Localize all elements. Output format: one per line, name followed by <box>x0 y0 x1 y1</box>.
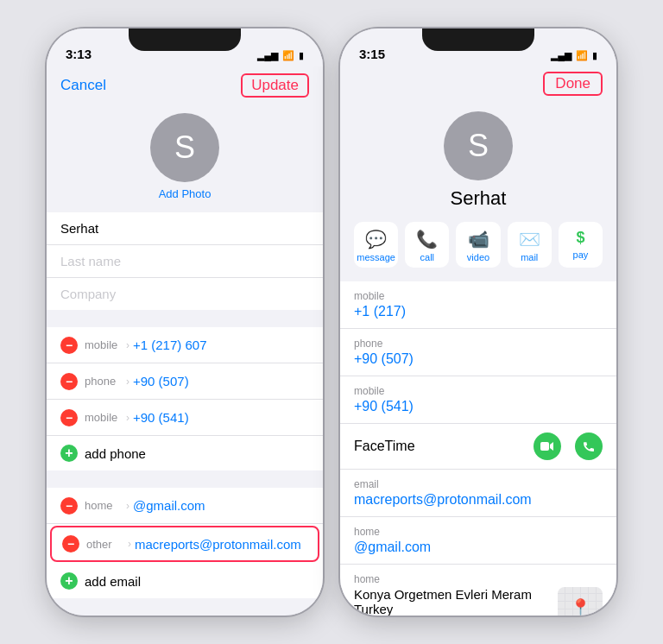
pay-label: pay <box>573 249 589 260</box>
update-button[interactable]: Update <box>241 73 309 98</box>
right-wifi-icon: 📶 <box>576 50 588 61</box>
chevron-icon-email-0: › <box>126 500 129 512</box>
action-buttons-row: 💬 message 📞 call 📹 video ✉️ mail $ <box>340 222 616 281</box>
phones-container: 3:13 ▂▄▆ 📶 ▮ Cancel Update S Add Photo S… <box>29 11 634 633</box>
gap2 <box>47 472 323 488</box>
right-status-icons: ▂▄▆ 📶 ▮ <box>551 50 597 61</box>
remove-email-1-button[interactable]: − <box>62 535 79 552</box>
email-1-label: other <box>86 538 128 551</box>
remove-phone-1-button[interactable]: − <box>60 373 78 390</box>
first-name-field[interactable]: Serhat <box>47 212 323 245</box>
chevron-icon-2: › <box>126 412 129 424</box>
video-icon: 📹 <box>468 229 489 249</box>
contact-name: Serhat <box>451 187 507 210</box>
info-address-row[interactable]: home Konya Orgetmen Evleri MeramTurkey 📍 <box>340 565 616 616</box>
add-email-button[interactable]: + <box>60 572 78 590</box>
info-phone-row[interactable]: phone +90 (507) <box>340 329 616 376</box>
notch <box>129 28 241 51</box>
add-email-row[interactable]: + add email <box>47 564 323 598</box>
phone-0-value: +1 (217) 607 <box>133 338 309 352</box>
message-button[interactable]: 💬 message <box>354 222 398 268</box>
message-label: message <box>357 252 395 262</box>
phone-1-value: +90 (507) <box>133 374 309 388</box>
address-map-row: Konya Orgetmen Evleri MeramTurkey 📍 <box>354 587 603 616</box>
address-text: Konya Orgetmen Evleri MeramTurkey <box>354 587 549 616</box>
facetime-phone-button[interactable] <box>575 432 603 460</box>
email-row-1: − other › macreports@protonmail.com <box>50 526 319 562</box>
pay-icon: $ <box>576 229 584 247</box>
left-nav-bar: Cancel Update <box>47 66 323 104</box>
email-1-value: macreports@protonmail.com <box>135 537 307 552</box>
phone-row-2: − mobile › +90 (541) <box>47 400 323 436</box>
info-mobile-label: mobile <box>354 290 603 302</box>
info-mobile2-label: mobile <box>354 385 603 397</box>
left-status-icons: ▂▄▆ 📶 ▮ <box>257 50 304 61</box>
remove-email-0-button[interactable]: − <box>60 497 78 515</box>
map-pin-icon: 📍 <box>570 597 591 616</box>
last-name-field[interactable]: Last name <box>47 245 323 278</box>
video-label: video <box>467 252 489 262</box>
call-button[interactable]: 📞 call <box>405 222 449 268</box>
done-button[interactable]: Done <box>543 72 603 96</box>
facetime-video-button[interactable] <box>534 432 561 460</box>
company-placeholder: Company <box>60 287 116 301</box>
remove-phone-0-button[interactable]: − <box>60 337 78 354</box>
battery-icon: ▮ <box>299 50 304 61</box>
add-email-label: add email <box>85 574 141 589</box>
info-mobile2-value: +90 (541) <box>354 399 603 414</box>
email-0-label: home <box>85 499 126 512</box>
add-phone-button[interactable]: + <box>60 445 78 462</box>
right-signal-icon: ▂▄▆ <box>551 50 571 61</box>
map-thumbnail[interactable]: 📍 <box>558 587 603 616</box>
phone-1-label: phone <box>85 375 126 388</box>
mail-button[interactable]: ✉️ mail <box>508 222 552 268</box>
last-name-placeholder: Last name <box>60 254 121 268</box>
remove-phone-2-button[interactable]: − <box>60 409 78 426</box>
info-email-label: email <box>354 478 603 490</box>
email-0-value: @gmail.com <box>133 498 309 513</box>
chevron-icon-email-1: › <box>128 538 131 550</box>
add-photo-button[interactable]: Add Photo <box>159 187 212 200</box>
call-label: call <box>420 252 435 262</box>
phone-row-0: − mobile › +1 (217) 607 <box>47 327 323 363</box>
company-field[interactable]: Company <box>47 278 323 310</box>
pay-button[interactable]: $ pay <box>559 222 603 268</box>
info-home-email-row[interactable]: home @gmail.com <box>340 517 616 565</box>
right-avatar: S <box>444 111 513 180</box>
info-mobile2-row[interactable]: mobile +90 (541) <box>340 376 616 424</box>
left-phone: 3:13 ▂▄▆ 📶 ▮ Cancel Update S Add Photo S… <box>47 28 323 616</box>
video-button[interactable]: 📹 video <box>456 222 500 268</box>
call-icon: 📞 <box>416 229 438 249</box>
info-address-label: home <box>354 573 603 585</box>
first-name-value: Serhat <box>60 221 98 236</box>
gap1 <box>47 312 323 327</box>
cancel-button[interactable]: Cancel <box>60 77 106 94</box>
facetime-row: FaceTime <box>340 424 616 470</box>
name-fields-section: Serhat Last name Company <box>47 212 323 310</box>
left-phone-content: Cancel Update S Add Photo Serhat Last na… <box>47 66 323 616</box>
phone-2-value: +90 (541) <box>133 410 309 425</box>
chevron-icon-0: › <box>126 339 129 351</box>
phone-0-label: mobile <box>85 338 126 351</box>
right-nav-bar: Done <box>340 66 616 103</box>
right-phone-content: Done S Serhat 💬 message 📞 call 📹 <box>340 66 616 616</box>
info-home-email-value: @gmail.com <box>354 540 603 555</box>
svg-marker-1 <box>550 442 553 451</box>
info-mobile-value: +1 (217) <box>354 304 603 319</box>
phone-row-1: − phone › +90 (507) <box>47 363 323 400</box>
left-status-time: 3:13 <box>66 47 92 61</box>
message-icon: 💬 <box>365 229 387 249</box>
avatar-section: S Add Photo <box>47 104 323 212</box>
facetime-icons <box>534 432 603 460</box>
phone-2-label: mobile <box>85 411 126 424</box>
signal-icon: ▂▄▆ <box>257 50 278 61</box>
info-email-row[interactable]: email macreports@protonmail.com <box>340 470 616 517</box>
avatar[interactable]: S <box>150 113 219 182</box>
add-phone-row[interactable]: + add phone <box>47 436 323 470</box>
info-phone-label: phone <box>354 338 603 350</box>
info-phone-value: +90 (507) <box>354 351 603 367</box>
mail-label: mail <box>521 252 538 262</box>
chevron-icon-1: › <box>126 376 129 388</box>
info-mobile-row[interactable]: mobile +1 (217) <box>340 281 616 329</box>
mail-icon: ✉️ <box>519 229 540 249</box>
